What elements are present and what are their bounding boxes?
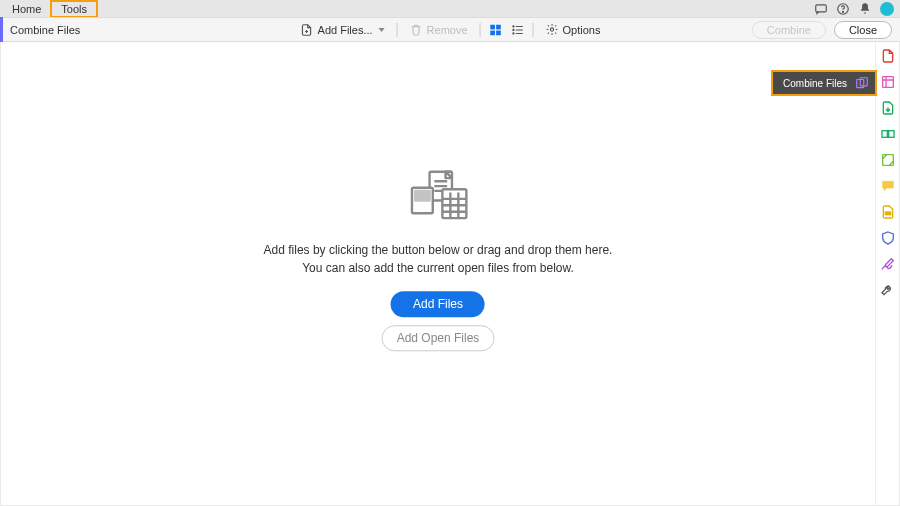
toolbar-center: Add Files... Remove Options [296,21,605,39]
combine-files-flyout[interactable]: Combine Files [773,72,875,94]
empty-line-2: You can also add the current open files … [264,259,613,277]
organize-pages-icon[interactable] [880,126,896,142]
documents-illustration-icon [398,167,478,227]
svg-point-11 [513,32,514,33]
svg-rect-5 [490,30,495,35]
view-list-button[interactable] [511,23,525,37]
combine-files-icon [855,76,869,90]
canvas[interactable]: Combine Files [1,42,875,505]
user-avatar[interactable] [880,2,894,16]
toolbar-right: Combine Close [752,18,892,41]
workspace: Combine Files [0,42,900,506]
fill-sign-icon[interactable] [880,256,896,272]
tab-tools[interactable]: Tools [51,1,97,17]
empty-line-1: Add files by clicking the button below o… [264,241,613,259]
toolbar-separator [480,23,481,37]
options-label: Options [563,24,601,36]
svg-rect-3 [490,24,495,29]
toolbar-separator [397,23,398,37]
svg-rect-21 [416,190,430,200]
svg-point-7 [513,25,514,26]
comment-icon[interactable] [880,178,896,194]
add-files-primary-button[interactable]: Add Files [391,291,485,317]
add-files-button[interactable]: Add Files... [296,21,389,39]
toolbar: Combine Files Add Files... Remove Option… [0,17,900,42]
svg-rect-29 [882,131,887,138]
remove-button: Remove [406,21,472,38]
scan-ocr-icon[interactable] [880,152,896,168]
svg-rect-0 [816,4,827,11]
combine-button: Combine [752,21,826,39]
svg-rect-32 [885,212,890,215]
create-pdf-icon[interactable] [880,48,896,64]
add-open-files-button[interactable]: Add Open Files [382,325,495,351]
toolbar-separator [533,23,534,37]
svg-rect-30 [888,131,893,138]
svg-point-9 [513,29,514,30]
more-tools-icon[interactable] [880,282,896,298]
svg-rect-28 [882,77,893,88]
chat-icon[interactable] [814,2,828,16]
svg-rect-4 [496,24,501,29]
svg-point-13 [550,28,553,31]
empty-state: Add files by clicking the button below o… [264,167,613,351]
toolbar-accent [0,17,3,42]
chevron-down-icon [379,28,385,32]
svg-point-2 [843,11,844,12]
help-icon[interactable] [836,2,850,16]
toolbar-left: Combine Files [0,17,80,42]
edit-pdf-icon[interactable] [880,74,896,90]
view-grid-button[interactable] [489,23,503,37]
menubar-right-controls [814,0,894,17]
redact-icon[interactable] [880,204,896,220]
toolbar-title: Combine Files [10,24,80,36]
close-button[interactable]: Close [834,21,892,39]
options-button[interactable]: Options [542,21,605,38]
svg-rect-22 [443,189,467,218]
top-menubar: Home Tools [0,0,900,17]
svg-rect-6 [496,30,501,35]
right-tool-rail [875,42,899,505]
protect-icon[interactable] [880,230,896,246]
flyout-label: Combine Files [783,78,847,89]
tab-home[interactable]: Home [2,1,51,17]
export-pdf-icon[interactable] [880,100,896,116]
bell-icon[interactable] [858,2,872,16]
remove-label: Remove [427,24,468,36]
add-files-label: Add Files... [318,24,373,36]
